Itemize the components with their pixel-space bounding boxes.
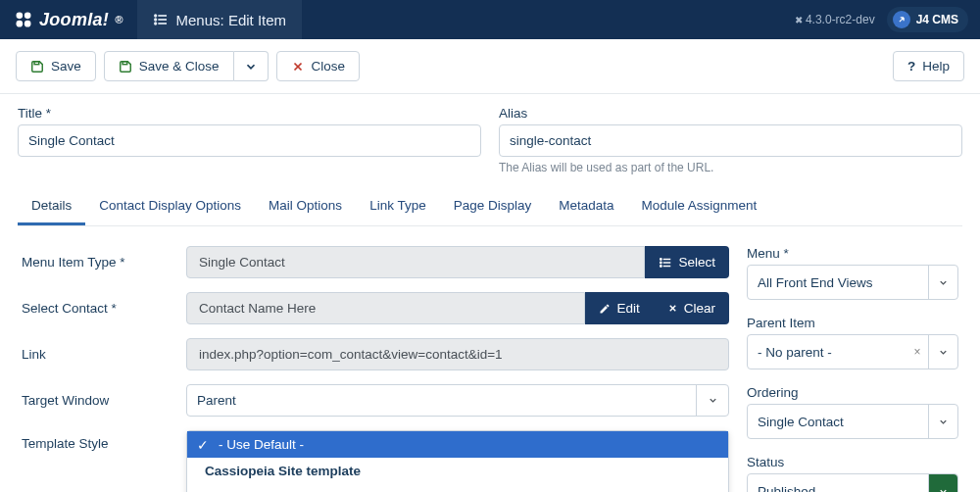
content: Title Alias The Alias will be used as pa…: [0, 94, 980, 492]
chevron-down-icon[interactable]: [928, 335, 957, 369]
template-style-option[interactable]: Cassiopeia - Default: [187, 484, 728, 492]
help-button[interactable]: ? Help: [893, 51, 964, 81]
parent-item-label: Parent Item: [747, 316, 958, 330]
template-style-option[interactable]: ✓ - Use Default -: [187, 431, 728, 458]
svg-point-8: [154, 19, 156, 21]
version-text: ✖ 4.3.0-rc2-dev: [795, 13, 874, 26]
contact-clear-button[interactable]: Clear: [654, 292, 729, 324]
help-icon: ?: [907, 59, 915, 74]
title-input[interactable]: [18, 124, 481, 157]
svg-point-1: [24, 13, 31, 20]
svg-rect-10: [34, 61, 39, 64]
brand-text: Joomla!: [39, 10, 109, 30]
link-label: Link: [22, 347, 169, 362]
parent-item-select[interactable]: - No parent - ×: [747, 334, 958, 369]
svg-point-19: [661, 265, 662, 266]
close-button[interactable]: Close: [276, 51, 361, 81]
list-icon: [153, 12, 169, 27]
alias-help: The Alias will be used as part of the UR…: [499, 161, 962, 174]
svg-point-7: [154, 15, 156, 17]
edit-icon: [599, 303, 611, 315]
page-title: Menus: Edit Item: [176, 12, 287, 28]
select-contact-label: Select Contact: [22, 301, 169, 316]
template-style-label: Template Style: [22, 430, 169, 451]
link-value: index.php?option=com_contact&view=contac…: [186, 338, 729, 370]
ordering-select[interactable]: Single Contact: [747, 404, 958, 439]
brand[interactable]: Joomla! ®: [0, 0, 137, 39]
menu-item-type-value: Single Contact: [186, 246, 645, 278]
svg-point-17: [661, 258, 662, 259]
chevron-down-icon[interactable]: [928, 474, 957, 492]
select-contact-value: Contact Name Here: [186, 292, 585, 324]
panel-main: Menu Item Type Single Contact Select Sel…: [22, 246, 729, 492]
chevron-down-icon[interactable]: [928, 266, 957, 299]
tab-contact-display[interactable]: Contact Display Options: [85, 188, 255, 225]
topbar-right: ✖ 4.3.0-rc2-dev J4 CMS: [795, 7, 968, 32]
details-panel: Menu Item Type Single Contact Select Sel…: [18, 226, 962, 492]
panel-side: Menu All Front End Views Parent Item - N…: [747, 246, 958, 492]
clear-icon[interactable]: ×: [906, 345, 928, 359]
save-dropdown-toggle[interactable]: [234, 51, 269, 81]
site-badge[interactable]: J4 CMS: [887, 7, 968, 32]
chevron-down-icon[interactable]: [928, 405, 957, 438]
check-icon: ✓: [197, 437, 209, 453]
target-window-label: Target Window: [22, 393, 169, 408]
alias-label: Alias: [499, 106, 962, 121]
tab-module-assignment[interactable]: Module Assignment: [628, 188, 771, 225]
tabs: Details Contact Display Options Mail Opt…: [18, 188, 962, 226]
tab-link-type[interactable]: Link Type: [356, 188, 440, 225]
menu-label: Menu: [747, 246, 958, 261]
tab-metadata[interactable]: Metadata: [545, 188, 627, 225]
menu-select[interactable]: All Front End Views: [747, 265, 958, 300]
toolbar: Save Save & Close Close ? Help: [0, 39, 980, 94]
close-icon: [667, 303, 678, 314]
svg-point-2: [17, 21, 24, 27]
save-button[interactable]: Save: [16, 51, 96, 81]
tab-mail-options[interactable]: Mail Options: [255, 188, 356, 225]
target-window-chevron[interactable]: [696, 384, 729, 417]
chevron-down-icon: [708, 395, 718, 406]
contact-edit-button[interactable]: Edit: [585, 292, 653, 324]
menu-item-type-select-button[interactable]: Select: [645, 246, 729, 278]
close-icon: [291, 60, 305, 74]
menu-item-type-label: Menu Item Type: [22, 255, 169, 270]
target-window-select[interactable]: [186, 384, 729, 417]
svg-point-9: [154, 23, 156, 25]
save-icon: [119, 60, 132, 74]
list-icon: [659, 256, 672, 270]
template-style-dropdown[interactable]: ✓ - Use Default - Cassiopeia Site templa…: [186, 430, 729, 492]
ordering-label: Ordering: [747, 385, 958, 400]
tab-page-display[interactable]: Page Display: [440, 188, 546, 225]
alias-input[interactable]: [499, 124, 962, 157]
joomla-logo-icon: [14, 10, 33, 29]
topbar: Joomla! ® Menus: Edit Item ✖ 4.3.0-rc2-d…: [0, 0, 980, 39]
template-style-optgroup: Cassiopeia Site template: [187, 458, 728, 484]
svg-point-3: [24, 21, 31, 27]
external-link-icon: [893, 11, 910, 28]
status-label: Status: [747, 455, 958, 469]
svg-point-18: [661, 262, 662, 263]
chevron-down-icon: [244, 60, 258, 74]
title-label: Title: [18, 106, 481, 121]
svg-rect-11: [122, 61, 127, 64]
save-close-button[interactable]: Save & Close: [104, 51, 234, 81]
save-icon: [30, 60, 44, 74]
status-select[interactable]: Published: [747, 473, 958, 492]
page-title-bar: Menus: Edit Item: [137, 0, 303, 39]
svg-point-0: [17, 13, 24, 20]
tab-details[interactable]: Details: [18, 188, 85, 225]
